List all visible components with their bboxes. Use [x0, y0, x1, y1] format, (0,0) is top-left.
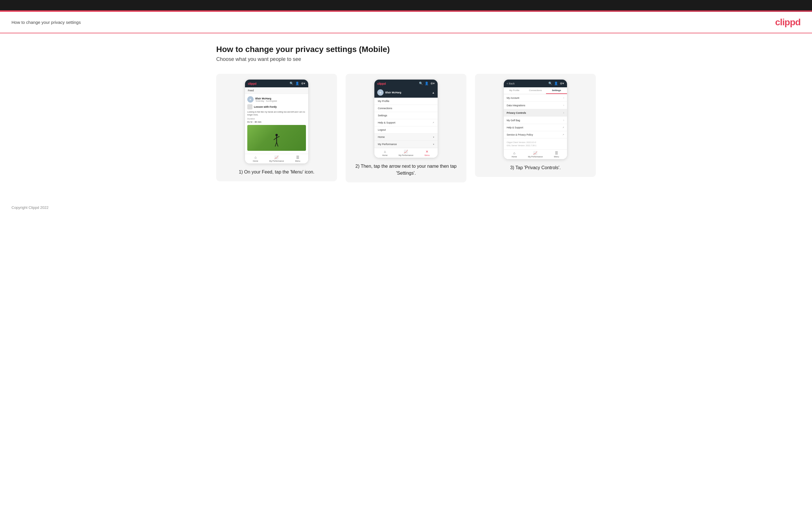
- menu-user-row[interactable]: B Blair McHarg ▲: [374, 87, 438, 98]
- menu-user-info: B Blair McHarg: [377, 89, 401, 96]
- settings-version: Clippd Client Version: 2022.8.3-3 GGL Se…: [504, 138, 567, 149]
- phone-3-mockup: < Back 🔍 👤 ⊕▾ My Profile Connections Set…: [504, 79, 567, 159]
- golfer-figure: [272, 133, 281, 149]
- external-link-icon: ↗: [433, 121, 434, 124]
- version-line-2: GGL Server Version: 2022.7.30-1: [507, 144, 564, 147]
- feed-user-row: B Blair McHarg Yesterday · Sunningdale: [247, 96, 306, 103]
- phone-3-icons: 🔍 👤 ⊕▾: [548, 81, 564, 85]
- profile-icon-2[interactable]: 👤: [425, 81, 429, 85]
- phone-1-icons: 🔍 👤 ⊕▾: [290, 81, 305, 85]
- menu-overlay: My Profile Connections Settings Help & S…: [374, 98, 438, 148]
- nav-performance-1[interactable]: 📈 My Performance: [266, 154, 287, 163]
- copyright: Copyright Clippd 2022: [11, 206, 49, 210]
- chevron-down-icon: ▾: [433, 136, 434, 138]
- search-icon[interactable]: 🔍: [290, 81, 294, 85]
- phone-2-topbar: clippd 🔍 👤 ⊕▾: [374, 79, 438, 87]
- settings-item-data-integrations[interactable]: Data Integrations ›: [504, 102, 567, 109]
- footer: Copyright Clippd 2022: [0, 200, 812, 215]
- logo: clippd: [775, 17, 801, 27]
- chevron-right-icon-2: ›: [563, 104, 564, 107]
- search-icon-3[interactable]: 🔍: [548, 81, 552, 85]
- step-3-caption: 3) Tap 'Privacy Controls'.: [510, 164, 561, 171]
- svg-line-5: [276, 142, 278, 147]
- menu-section-home[interactable]: Home ▾: [374, 133, 438, 141]
- nav-performance-3[interactable]: 📈 My Performance: [525, 150, 546, 159]
- steps-row: clippd 🔍 👤 ⊕▾ Feed B Blair McHarg: [216, 74, 596, 182]
- performance-icon: 📈: [274, 155, 278, 159]
- svg-line-4: [275, 142, 276, 147]
- step-1-card: clippd 🔍 👤 ⊕▾ Feed B Blair McHarg: [216, 74, 337, 181]
- menu-item-settings[interactable]: Settings: [374, 112, 438, 119]
- feed-desc: Looking to feel like my hands are exitin…: [247, 111, 306, 116]
- tab-connections[interactable]: Connections: [525, 87, 546, 94]
- profile-icon-3[interactable]: 👤: [554, 81, 558, 85]
- settings-item-golf-bag[interactable]: My Golf Bag ›: [504, 117, 567, 124]
- settings-item-help[interactable]: Help & Support ↗: [504, 124, 567, 131]
- back-button[interactable]: < Back: [507, 82, 515, 85]
- menu-item-my-profile[interactable]: My Profile: [374, 98, 438, 105]
- step-2-card: clippd 🔍 👤 ⊕▾ B Blair McHarg ▲: [346, 74, 466, 182]
- nav-menu-1[interactable]: ☰ Menu: [287, 154, 308, 163]
- nav-home-2[interactable]: ⌂ Home: [374, 148, 395, 158]
- search-icon-2[interactable]: 🔍: [419, 81, 423, 85]
- home-icon-3: ⌂: [513, 151, 515, 155]
- page-heading: How to change your privacy settings (Mob…: [216, 45, 596, 54]
- top-bar: [0, 0, 812, 10]
- phone-1-logo: clippd: [248, 82, 256, 85]
- step-3-card: < Back 🔍 👤 ⊕▾ My Profile Connections Set…: [475, 74, 596, 177]
- duration-label: Duration: [247, 118, 306, 120]
- home-icon: ⌂: [254, 155, 256, 159]
- close-icon: ✕: [425, 150, 428, 154]
- settings-item-my-account[interactable]: My Account ›: [504, 94, 567, 102]
- phone-2-bottomnav: ⌂ Home 📈 My Performance ✕ Menu: [374, 148, 438, 158]
- settings-item-privacy-policy[interactable]: Service & Privacy Policy ↗: [504, 131, 567, 138]
- nav-home-1[interactable]: ⌂ Home: [245, 154, 266, 163]
- chevron-right-icon: ›: [563, 96, 564, 99]
- phone-3-bottomnav: ⌂ Home 📈 My Performance ☰ Menu: [504, 149, 567, 159]
- tab-settings[interactable]: Settings: [546, 87, 567, 94]
- feed-tab: Feed: [245, 87, 308, 94]
- svg-point-0: [275, 134, 278, 136]
- settings-circle-icon-3[interactable]: ⊕▾: [560, 81, 564, 85]
- feed-content: B Blair McHarg Yesterday · Sunningdale L…: [245, 94, 308, 154]
- chevron-down-icon-2: ▾: [433, 143, 434, 146]
- tab-my-profile[interactable]: My Profile: [504, 87, 525, 94]
- phone-2-icons: 🔍 👤 ⊕▾: [419, 81, 435, 85]
- header: How to change your privacy settings clip…: [0, 12, 812, 33]
- step-2-caption: 2) Then, tap the arrow next to your name…: [351, 163, 461, 177]
- phone-1-mockup: clippd 🔍 👤 ⊕▾ Feed B Blair McHarg: [245, 79, 308, 163]
- svg-line-3: [276, 136, 280, 137]
- header-title: How to change your privacy settings: [11, 20, 81, 25]
- menu-icon-3: ☰: [555, 151, 558, 155]
- nav-home-3[interactable]: ⌂ Home: [504, 150, 525, 159]
- nav-performance-2[interactable]: 📈 My Performance: [395, 148, 416, 158]
- version-line-1: Clippd Client Version: 2022.8.3-3: [507, 141, 564, 144]
- settings-item-privacy-controls[interactable]: Privacy Controls ›: [504, 109, 567, 117]
- page-subheading: Choose what you want people to see: [216, 56, 596, 62]
- phone-2-mockup: clippd 🔍 👤 ⊕▾ B Blair McHarg ▲: [374, 79, 438, 158]
- profile-icon[interactable]: 👤: [295, 81, 299, 85]
- feed-lesson-row: Lesson with Fordy: [247, 104, 306, 109]
- menu-item-help[interactable]: Help & Support ↗: [374, 119, 438, 126]
- settings-tabs: My Profile Connections Settings: [504, 87, 567, 94]
- external-link-icon-3: ↗: [562, 133, 564, 136]
- lesson-icon: [247, 104, 252, 109]
- menu-item-logout[interactable]: Logout: [374, 126, 438, 133]
- external-link-icon-2: ↗: [562, 126, 564, 129]
- step-1-caption: 1) On your Feed, tap the 'Menu' icon.: [239, 169, 314, 175]
- phone-1-topbar: clippd 🔍 👤 ⊕▾: [245, 79, 308, 87]
- chevron-right-icon-3: ›: [563, 111, 564, 114]
- phone-2-logo: clippd: [377, 82, 386, 85]
- nav-menu-3[interactable]: ☰ Menu: [546, 150, 567, 159]
- content: How to change your privacy settings (Mob…: [205, 33, 607, 200]
- menu-section: Home ▾ My Performance ▾: [374, 133, 438, 148]
- menu-item-connections[interactable]: Connections: [374, 105, 438, 112]
- home-icon-2: ⌂: [384, 150, 386, 154]
- settings-circle-icon-2[interactable]: ⊕▾: [430, 81, 435, 85]
- nav-close-2[interactable]: ✕ Menu: [417, 148, 438, 158]
- menu-section-performance[interactable]: My Performance ▾: [374, 141, 438, 148]
- settings-circle-icon[interactable]: ⊕▾: [301, 81, 305, 85]
- phone-1-bottomnav: ⌂ Home 📈 My Performance ☰ Menu: [245, 154, 308, 163]
- feed-user-name: Blair McHarg: [255, 97, 277, 100]
- performance-icon-3: 📈: [533, 151, 538, 155]
